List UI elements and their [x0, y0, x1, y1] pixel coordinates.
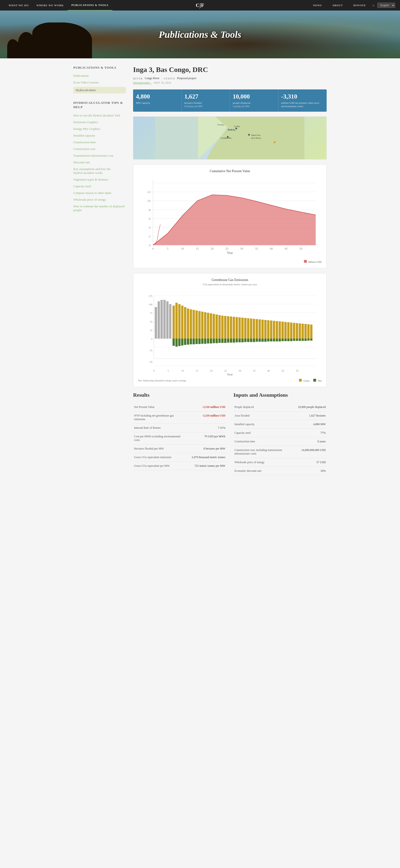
svg-text:0: 0: [152, 247, 154, 250]
svg-rect-67: [169, 304, 172, 339]
svg-rect-92: [241, 317, 244, 339]
search-icon[interactable]: ⌕: [372, 3, 374, 7]
input-value-4[interactable]: 6 years: [285, 437, 327, 446]
svg-text:50: 50: [299, 247, 302, 250]
svg-rect-84: [219, 315, 221, 339]
result-value-2[interactable]: 7.31%: [185, 424, 227, 432]
result-value-5[interactable]: 3,479 thousand metric tonnes: [185, 453, 227, 462]
sidebar-link-energymix[interactable]: Energy Mix Graphics: [73, 126, 126, 131]
sidebar-section1-title: PUBLICATIONS & TOOLS: [73, 65, 126, 70]
svg-rect-129: [207, 339, 209, 343]
input-value-1[interactable]: 1,627 hectares: [285, 411, 327, 420]
sidebar-link-transmission[interactable]: Transmission infrastructure cost: [73, 153, 126, 158]
svg-rect-79: [204, 312, 206, 339]
svg-rect-164: [307, 339, 310, 341]
table-row: NVP including net greenhouse gas emissio…: [133, 411, 226, 424]
table-row: Capacity used 77%: [233, 429, 327, 437]
map-svg: La Paz Santa Cruz de la Sierra Cochabamb…: [133, 117, 326, 159]
nav-right: NEWS ABOUT DONATE ⌕ English: [309, 0, 395, 10]
table-row: Construction cost, including transmissio…: [233, 446, 327, 458]
sidebar-link-assumptions[interactable]: Key assumptions and how the HydroCalcula…: [73, 167, 126, 175]
ghg-legend: Net: Subtracting alternative energy sour…: [138, 379, 322, 382]
svg-text:40: 40: [267, 369, 270, 372]
status-label: STATUS: [164, 77, 175, 80]
input-value-6[interactable]: 57 USD: [285, 458, 327, 467]
input-value-7[interactable]: 10%: [285, 467, 327, 475]
svg-rect-69: [175, 303, 178, 339]
sidebar-link-wholesale[interactable]: Wholesale price of energy: [73, 197, 126, 202]
svg-rect-72: [184, 307, 187, 339]
sidebar-link-publications[interactable]: Publications: [73, 73, 126, 78]
result-label-2: Internal Rate of Return: [133, 424, 185, 432]
ghg-gross-label: Gross: [303, 379, 310, 382]
sidebar-link-howto[interactable]: How to use the HydroCalculator Tool: [73, 113, 126, 118]
result-value-6[interactable]: 725 metric tonnes per MW: [185, 462, 227, 470]
nav-item-donate[interactable]: DONATE: [349, 0, 370, 10]
svg-text:35: 35: [255, 247, 258, 250]
language-select[interactable]: English: [377, 3, 395, 8]
svg-rect-93: [244, 318, 246, 339]
input-value-0[interactable]: 10,000 people displaced: [285, 403, 327, 411]
nav-item-news[interactable]: NEWS: [309, 0, 326, 10]
sidebar-link-installedcap[interactable]: Installed capacity: [73, 133, 126, 138]
ghg-chart-svg: 125 100 75 50 25 0 -25 -50: [138, 290, 322, 376]
input-value-2[interactable]: 4,800 MW: [285, 420, 327, 429]
sidebar-links2: How to use the HydroCalculator Tool Emis…: [73, 113, 126, 213]
sidebar-link-construction-cost[interactable]: Construction cost: [73, 147, 126, 151]
sidebar-link-emissions[interactable]: Emissions Graphics: [73, 120, 126, 125]
list-item: Construction time: [73, 140, 126, 145]
svg-rect-151: [270, 339, 272, 341]
result-value-0[interactable]: -3,310 million USD: [185, 403, 227, 411]
stat-disp-label: people displaced: [233, 101, 275, 104]
svg-text:15: 15: [196, 247, 199, 250]
nav-item-publications-tools[interactable]: PUBLICATIONS & TOOLS: [68, 0, 112, 10]
sidebar-links1: Publications Econ Video Lessons Hydrocal…: [73, 73, 126, 93]
svg-text:-6: -6: [148, 217, 151, 220]
svg-rect-82: [213, 314, 215, 339]
stat-npv-number: -3,310: [281, 93, 324, 100]
sidebar-link-capacity[interactable]: Capacity used: [73, 184, 126, 189]
list-item: Installed capacity: [73, 133, 126, 138]
stat-displaced: 10,000 people displaced 2 people per MW: [230, 89, 278, 112]
nav-item-about[interactable]: ABOUT: [329, 0, 347, 10]
svg-rect-85: [221, 316, 224, 339]
result-value-1[interactable]: -3,310 million USD: [185, 411, 227, 424]
sidebar-link-construction-time[interactable]: Construction time: [73, 140, 126, 145]
svg-rect-114: [304, 324, 307, 339]
nav-item-where-we-work[interactable]: WHERE WE WORK: [33, 0, 68, 10]
svg-rect-138: [233, 339, 235, 343]
input-value-3[interactable]: 77%: [285, 429, 327, 437]
sidebar-link-hydrocalculator[interactable]: Hydrocalculator: [73, 87, 126, 93]
sidebar-link-econ-video[interactable]: Econ Video Lessons: [73, 80, 126, 85]
svg-text:de la Sierra: de la Sierra: [251, 137, 261, 139]
svg-rect-119: [178, 339, 181, 346]
result-value-3[interactable]: 79 USD per MWh: [185, 432, 227, 444]
svg-text:0: 0: [149, 244, 151, 247]
sidebar-link-discount[interactable]: Discount rate: [73, 160, 126, 165]
source-link[interactable]: Internationalri...: [133, 81, 152, 85]
svg-text:25: 25: [225, 247, 228, 250]
svg-rect-109: [290, 322, 293, 339]
site-logo[interactable]: C∫F: [196, 2, 204, 8]
svg-rect-101: [267, 320, 270, 339]
result-value-4[interactable]: 0 hectares per MW: [185, 444, 227, 453]
sidebar-link-vegetation[interactable]: Vegetation types & biomass: [73, 177, 126, 182]
inputs-title: Inputs and Assumptions: [233, 392, 327, 398]
svg-rect-68: [172, 306, 175, 339]
svg-rect-122: [187, 339, 189, 345]
svg-rect-107: [285, 322, 287, 339]
svg-rect-157: [287, 339, 290, 341]
inputs-section: Inputs and Assumptions People displaced …: [233, 392, 327, 475]
input-value-5[interactable]: 14,000,000,000 USD: [285, 446, 327, 458]
status-value: Proposed project: [177, 76, 196, 80]
result-label-6: Gross CO₂ equivalent per MW: [133, 462, 185, 470]
svg-text:45: 45: [282, 369, 285, 372]
nav-item-what-we-do[interactable]: WHAT WE DO: [5, 0, 33, 10]
result-label-4: Hectares flooded per MW: [133, 444, 185, 453]
sidebar-link-compare[interactable]: Compare imacts to other dams: [73, 191, 126, 195]
sidebar-link-displaced[interactable]: How to estimate the number of displaced …: [73, 204, 126, 213]
svg-rect-159: [293, 339, 295, 341]
stat-mw-capacity: 4,800 MW capacity: [133, 89, 181, 112]
project-title: Inga 3, Bas Congo, DRC: [133, 65, 327, 74]
table-row: Cost per MWh excluding environmental cos…: [133, 432, 226, 444]
